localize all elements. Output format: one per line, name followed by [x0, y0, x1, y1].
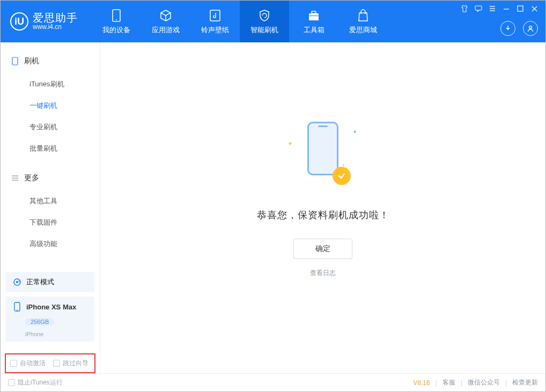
toolbox-icon — [307, 9, 321, 23]
sidebar-item-pro-flash[interactable]: 专业刷机 — [1, 116, 100, 138]
sidebar-item-batch-flash[interactable]: 批量刷机 — [1, 138, 100, 159]
device-icon — [11, 57, 19, 65]
checkbox-auto-activate[interactable]: 自动激活 — [10, 359, 46, 368]
checkbox-box-icon — [10, 360, 17, 367]
options-row: 自动激活 跳过向导 — [5, 353, 95, 373]
close-icon[interactable] — [530, 5, 538, 12]
list-icon — [11, 174, 19, 182]
nav-ringtones[interactable]: 铃声壁纸 — [190, 1, 240, 42]
minimize-icon[interactable] — [503, 5, 510, 12]
nav-apps-games[interactable]: 应用游戏 — [141, 1, 190, 42]
checkbox-skip-guide[interactable]: 跳过向导 — [53, 359, 88, 368]
svg-point-1 — [116, 19, 117, 20]
sparkle-icon: ✦ — [353, 129, 357, 135]
sidebar-item-other-tools[interactable]: 其他工具 — [1, 190, 100, 212]
main-content: ✦ ✦ ✦ 恭喜您，保资料刷机成功啦！ 确定 查看日志 — [100, 42, 545, 373]
device-card[interactable]: iPhone XS Max 256GB iPhone — [6, 297, 94, 342]
sidebar-section-flash: 刷机 — [1, 52, 100, 70]
refresh-shield-icon — [257, 9, 271, 23]
checkbox-box-icon — [8, 379, 15, 386]
sidebar: 刷机 iTunes刷机 一键刷机 专业刷机 批量刷机 更多 其他工具 下载固件 … — [1, 42, 100, 373]
check-badge-icon — [333, 167, 351, 185]
nav-smart-flash[interactable]: 智能刷机 — [240, 1, 289, 42]
check-update-link[interactable]: 检查更新 — [512, 378, 538, 387]
sidebar-item-download-firmware[interactable]: 下载固件 — [1, 212, 100, 233]
app-header: iU 爱思助手 www.i4.cn 我的设备 应用游戏 铃声壁纸 智能刷机 工具… — [1, 1, 545, 42]
checkbox-box-icon — [53, 360, 60, 367]
svg-point-14 — [529, 26, 532, 29]
sparkle-icon: ✦ — [342, 163, 345, 168]
svg-point-22 — [17, 309, 18, 310]
window-controls — [461, 1, 538, 12]
nav-store[interactable]: 爱思商城 — [338, 1, 388, 42]
svg-rect-15 — [12, 57, 18, 65]
svg-rect-6 — [475, 6, 482, 10]
device-mode-label: 正常模式 — [26, 277, 54, 287]
mode-icon — [12, 277, 22, 287]
checkbox-block-itunes[interactable]: 阻止iTunes运行 — [8, 378, 63, 387]
feedback-icon[interactable] — [475, 5, 482, 12]
svg-rect-3 — [309, 13, 319, 20]
svg-rect-11 — [518, 6, 523, 11]
version-label: V8.16 — [413, 379, 430, 387]
sidebar-section-more: 更多 — [1, 169, 100, 187]
device-mode-card[interactable]: 正常模式 — [6, 272, 94, 292]
app-name: 爱思助手 — [33, 12, 78, 24]
svg-rect-2 — [210, 10, 220, 21]
nav-my-device[interactable]: 我的设备 — [92, 1, 141, 42]
nav-toolbox[interactable]: 工具箱 — [289, 1, 338, 42]
music-file-icon — [208, 9, 222, 23]
device-storage-badge: 256GB — [25, 318, 54, 326]
sidebar-item-oneclick-flash[interactable]: 一键刷机 — [1, 95, 100, 116]
maximize-icon[interactable] — [517, 5, 524, 12]
main-nav: 我的设备 应用游戏 铃声壁纸 智能刷机 工具箱 爱思商城 — [92, 1, 388, 42]
sparkle-icon: ✦ — [287, 140, 293, 147]
cube-icon — [159, 9, 173, 23]
wechat-link[interactable]: 微信公众号 — [468, 378, 500, 387]
phone-icon — [109, 9, 123, 23]
status-bar: 阻止iTunes运行 V8.16 | 客服 | 微信公众号 | 检查更新 — [1, 373, 545, 391]
success-illustration: ✦ ✦ ✦ — [285, 122, 360, 186]
logo-icon: iU — [10, 12, 28, 31]
app-url: www.i4.cn — [33, 24, 78, 31]
bag-icon — [356, 9, 370, 23]
device-type: iPhone — [25, 331, 43, 337]
svg-rect-4 — [312, 11, 316, 13]
phone-graphic-icon — [307, 122, 338, 175]
view-log-link[interactable]: 查看日志 — [310, 269, 336, 278]
svg-rect-5 — [309, 16, 319, 16]
ok-button[interactable]: 确定 — [293, 239, 352, 259]
support-link[interactable]: 客服 — [442, 378, 455, 387]
download-button[interactable] — [500, 21, 515, 36]
user-button[interactable] — [523, 21, 538, 36]
device-name: iPhone XS Max — [26, 303, 76, 311]
sidebar-item-itunes-flash[interactable]: iTunes刷机 — [1, 73, 100, 95]
shirt-icon[interactable] — [461, 5, 468, 12]
menu-icon[interactable] — [489, 5, 496, 12]
svg-point-20 — [16, 281, 18, 283]
app-logo: iU 爱思助手 www.i4.cn — [1, 12, 87, 31]
success-message: 恭喜您，保资料刷机成功啦！ — [257, 209, 389, 221]
device-phone-icon — [12, 302, 22, 312]
sidebar-item-advanced[interactable]: 高级功能 — [1, 233, 100, 255]
